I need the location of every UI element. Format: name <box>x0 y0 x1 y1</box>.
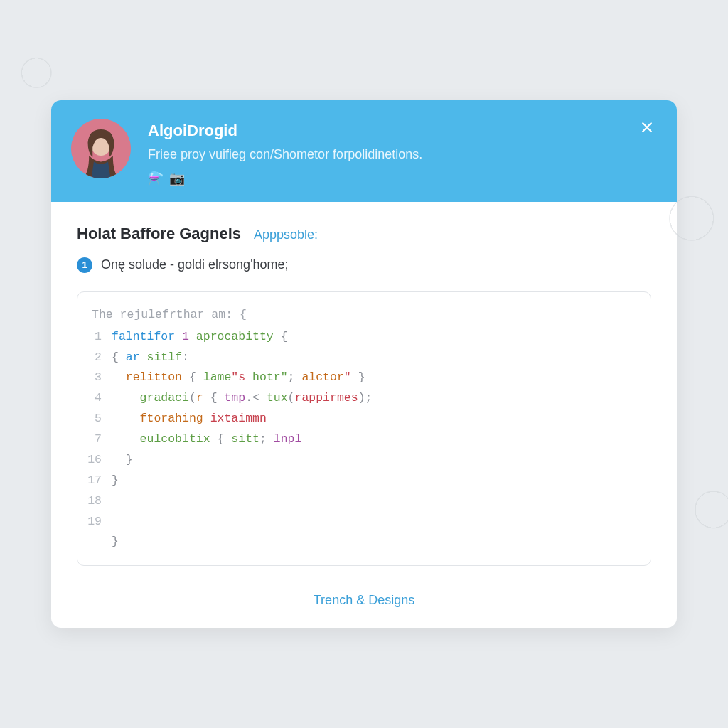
code-content: } <box>112 450 133 471</box>
code-line: 4 gradaci(r { tmp.< tux(rappirmes); <box>87 388 636 409</box>
code-line: 18 <box>87 491 636 512</box>
dialog-card: AlgoiDrogid Friee proy vuifieg con/Shome… <box>51 100 677 628</box>
line-number: 4 <box>87 388 112 409</box>
code-comment: The rejulefrthar am: { <box>87 305 636 326</box>
footer-link[interactable]: Trench & Designs <box>314 593 414 607</box>
code-content: ftorahing ixtaimmn <box>112 409 267 429</box>
code-content: gradaci(r { tmp.< tux(rappirmes); <box>112 388 372 409</box>
line-number: 16 <box>87 450 112 471</box>
close-button[interactable] <box>637 117 657 137</box>
code-line: 17} <box>87 471 636 491</box>
title-row: Holat Baffore Gagnels Apppsoble: <box>77 225 651 243</box>
code-line: 3 relitton { lame"s hotr"; alctor" } <box>87 368 636 388</box>
tagline: Friee proy vuifieg con/Shometor forpolid… <box>148 147 653 162</box>
code-line: } <box>87 532 636 552</box>
line-number: 3 <box>87 368 112 388</box>
line-number: 7 <box>87 429 112 450</box>
avatar <box>71 119 131 178</box>
line-number: 17 <box>87 471 112 491</box>
line-number: 19 <box>87 512 112 532</box>
header-text: AlgoiDrogid Friee proy vuifieg con/Shome… <box>148 119 653 186</box>
code-block: The rejulefrthar am: { 1falntifor 1 apro… <box>77 291 651 567</box>
code-content: } <box>112 471 119 491</box>
code-lines: 1falntifor 1 aprocabitty {2{ ar sitlf:3 … <box>87 327 636 553</box>
section-sublink[interactable]: Apppsoble: <box>254 228 318 242</box>
section-title: Holat Baffore Gagnels <box>77 225 241 243</box>
flask-icon: ⚗️ <box>148 171 164 186</box>
badges-row: ⚗️ 📷 <box>148 171 653 186</box>
code-line: 19 <box>87 512 636 532</box>
line-number: 1 <box>87 327 112 348</box>
code-content: } <box>112 532 119 552</box>
camera-icon: 📷 <box>169 171 185 186</box>
code-line: 16 } <box>87 450 636 471</box>
dialog-body: Holat Baffore Gagnels Apppsoble: 1 Onę s… <box>51 202 677 579</box>
close-icon <box>639 119 655 135</box>
code-content: relitton { lame"s hotr"; alctor" } <box>112 368 365 388</box>
code-line: 1falntifor 1 aprocabitty { <box>87 327 636 348</box>
step-number-badge: 1 <box>77 257 92 273</box>
line-number: 2 <box>87 348 112 368</box>
code-content: eulcobltix { sitt; lnpl <box>112 429 301 450</box>
username: AlgoiDrogid <box>148 122 653 140</box>
line-number <box>87 532 112 552</box>
code-line: 2{ ar sitlf: <box>87 348 636 368</box>
code-content: { ar sitlf: <box>112 348 189 368</box>
code-line: 7 eulcobltix { sitt; lnpl <box>87 429 636 450</box>
code-line: 5 ftorahing ixtaimmn <box>87 409 636 429</box>
dialog-footer: Trench & Designs <box>51 579 677 628</box>
line-number: 18 <box>87 491 112 512</box>
code-content: falntifor 1 aprocabitty { <box>112 327 288 348</box>
dialog-header: AlgoiDrogid Friee proy vuifieg con/Shome… <box>51 100 677 202</box>
step-text: Onę solude - goldi elrsong'home; <box>101 257 289 272</box>
line-number: 5 <box>87 409 112 429</box>
step-row: 1 Onę solude - goldi elrsong'home; <box>77 257 651 273</box>
